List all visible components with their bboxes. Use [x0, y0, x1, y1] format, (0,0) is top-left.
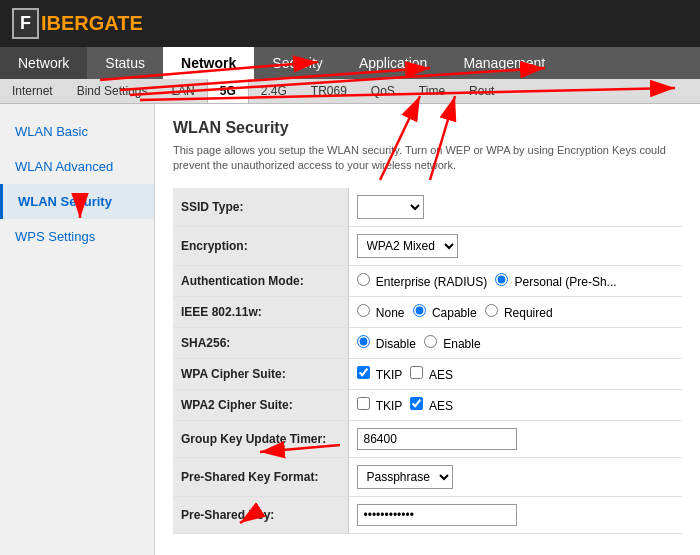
- sidebar-item-wlan-advanced[interactable]: WLAN Advanced: [0, 149, 154, 184]
- sidebar-item-wlan-security[interactable]: WLAN Security: [0, 184, 154, 219]
- auth-enterprise-radio[interactable]: [357, 273, 370, 286]
- table-row: Group Key Update Timer:: [173, 420, 682, 457]
- sub-tab-qos[interactable]: QoS: [359, 79, 407, 103]
- field-value-auth-mode: Enterprise (RADIUS) Personal (Pre-Sh...: [348, 265, 682, 296]
- wpa-tkip-label: TKIP: [357, 366, 403, 382]
- auth-personal-radio[interactable]: [495, 273, 508, 286]
- page-title: WLAN Security: [173, 119, 682, 137]
- ssid-type-select[interactable]: SSID1 SSID2: [357, 195, 424, 219]
- sha256-disable-label: Disable: [357, 335, 416, 351]
- auth-mode-radio-group: Enterprise (RADIUS) Personal (Pre-Sh...: [357, 273, 675, 289]
- sidebar: WLAN Basic WLAN Advanced WLAN Security W…: [0, 104, 155, 555]
- sub-tab-5g[interactable]: 5G: [207, 79, 249, 103]
- wpa-cipher-check-group: TKIP AES: [357, 366, 675, 382]
- ieee-capable-text: Capable: [432, 306, 477, 320]
- table-row: WPA2 Cipher Suite: TKIP AES: [173, 389, 682, 420]
- content-area: WLAN Security This page allows you setup…: [155, 104, 700, 555]
- sub-tab-bind-settings[interactable]: Bind Settings: [65, 79, 160, 103]
- field-label-ieee80211w: IEEE 802.11w:: [173, 296, 348, 327]
- ieee-capable-radio[interactable]: [413, 304, 426, 317]
- nav-tab-security[interactable]: Security: [254, 47, 341, 79]
- field-value-sha256: Disable Enable: [348, 327, 682, 358]
- sha256-disable-text: Disable: [376, 337, 416, 351]
- ieee-none-label: None: [357, 304, 405, 320]
- auth-enterprise-text: Enterprise (RADIUS): [376, 275, 487, 289]
- sha256-enable-text: Enable: [443, 337, 480, 351]
- field-label-psk: Pre-Shared Key:: [173, 496, 348, 533]
- wpa-tkip-checkbox[interactable]: [357, 366, 370, 379]
- nav-tab-management[interactable]: Management: [445, 47, 563, 79]
- main-layout: WLAN Basic WLAN Advanced WLAN Security W…: [0, 104, 700, 555]
- sub-nav: Internet Bind Settings LAN 5G 2.4G TR069…: [0, 79, 700, 104]
- sub-tab-rout[interactable]: Rout: [457, 79, 506, 103]
- group-key-timer-input[interactable]: [357, 428, 517, 450]
- sidebar-item-wps-settings[interactable]: WPS Settings: [0, 219, 154, 254]
- psk-input[interactable]: [357, 504, 517, 526]
- field-label-encryption: Encryption:: [173, 226, 348, 265]
- field-value-wpa2-cipher: TKIP AES: [348, 389, 682, 420]
- ieee80211w-radio-group: None Capable Required: [357, 304, 675, 320]
- sub-tab-lan[interactable]: LAN: [159, 79, 206, 103]
- sub-tab-time[interactable]: Time: [407, 79, 457, 103]
- main-nav: Network Status Network Security Applicat…: [0, 47, 700, 79]
- sub-tab-internet[interactable]: Internet: [0, 79, 65, 103]
- sidebar-item-wlan-basic[interactable]: WLAN Basic: [0, 114, 154, 149]
- nav-tab-status[interactable]: Status: [87, 47, 163, 79]
- page-description: This page allows you setup the WLAN secu…: [173, 143, 682, 174]
- field-value-psk-format: Passphrase Hex: [348, 457, 682, 496]
- field-label-wpa-cipher: WPA Cipher Suite:: [173, 358, 348, 389]
- wpa2-aes-label: AES: [410, 397, 453, 413]
- table-row: WPA Cipher Suite: TKIP AES: [173, 358, 682, 389]
- table-row: Pre-Shared Key:: [173, 496, 682, 533]
- sha256-enable-label: Enable: [424, 335, 481, 351]
- logo-f-letter: F: [12, 8, 39, 39]
- ieee-capable-label: Capable: [413, 304, 477, 320]
- wpa2-tkip-text: TKIP: [376, 399, 403, 413]
- ieee-required-text: Required: [504, 306, 553, 320]
- psk-format-select[interactable]: Passphrase Hex: [357, 465, 453, 489]
- wpa-tkip-text: TKIP: [376, 368, 403, 382]
- field-value-encryption: WPA2 Mixed None WEP WPA WPA2: [348, 226, 682, 265]
- wpa2-aes-checkbox[interactable]: [410, 397, 423, 410]
- auth-personal-text: Personal (Pre-Sh...: [515, 275, 617, 289]
- wpa2-tkip-checkbox[interactable]: [357, 397, 370, 410]
- sub-tab-tr069[interactable]: TR069: [299, 79, 359, 103]
- field-value-group-key-timer: [348, 420, 682, 457]
- nav-tab-network-active[interactable]: Network: [163, 47, 254, 79]
- table-row: IEEE 802.11w: None Capable Required: [173, 296, 682, 327]
- table-row: Encryption: WPA2 Mixed None WEP WPA WPA2: [173, 226, 682, 265]
- logo-brand-gate: GATE: [89, 12, 143, 34]
- table-row: Pre-Shared Key Format: Passphrase Hex: [173, 457, 682, 496]
- field-label-psk-format: Pre-Shared Key Format:: [173, 457, 348, 496]
- logo-brand-iber: IBER: [41, 12, 89, 34]
- wpa-aes-label: AES: [410, 366, 453, 382]
- field-label-auth-mode: Authentication Mode:: [173, 265, 348, 296]
- sub-tab-2-4g[interactable]: 2.4G: [249, 79, 299, 103]
- header: F IBERGATE: [0, 0, 700, 47]
- table-row: SHA256: Disable Enable: [173, 327, 682, 358]
- logo: F IBERGATE: [12, 8, 143, 39]
- ieee-none-radio[interactable]: [357, 304, 370, 317]
- logo-text: IBERGATE: [41, 12, 143, 35]
- encryption-select[interactable]: WPA2 Mixed None WEP WPA WPA2: [357, 234, 458, 258]
- ieee-required-label: Required: [485, 304, 553, 320]
- wpa-aes-text: AES: [429, 368, 453, 382]
- wpa-aes-checkbox[interactable]: [410, 366, 423, 379]
- field-label-group-key-timer: Group Key Update Timer:: [173, 420, 348, 457]
- settings-table: SSID Type: SSID1 SSID2 Encryption: WPA2 …: [173, 188, 682, 534]
- wpa2-tkip-label: TKIP: [357, 397, 403, 413]
- sha256-radio-group: Disable Enable: [357, 335, 675, 351]
- field-label-sha256: SHA256:: [173, 327, 348, 358]
- auth-personal-label: Personal (Pre-Sh...: [495, 273, 616, 289]
- wpa2-cipher-check-group: TKIP AES: [357, 397, 675, 413]
- nav-tab-application[interactable]: Application: [341, 47, 446, 79]
- table-row: SSID Type: SSID1 SSID2: [173, 188, 682, 227]
- sha256-disable-radio[interactable]: [357, 335, 370, 348]
- sha256-enable-radio[interactable]: [424, 335, 437, 348]
- field-value-ieee80211w: None Capable Required: [348, 296, 682, 327]
- ieee-required-radio[interactable]: [485, 304, 498, 317]
- nav-tab-network-left[interactable]: Network: [0, 47, 87, 79]
- field-label-ssid-type: SSID Type:: [173, 188, 348, 227]
- field-label-wpa2-cipher: WPA2 Cipher Suite:: [173, 389, 348, 420]
- field-value-psk: [348, 496, 682, 533]
